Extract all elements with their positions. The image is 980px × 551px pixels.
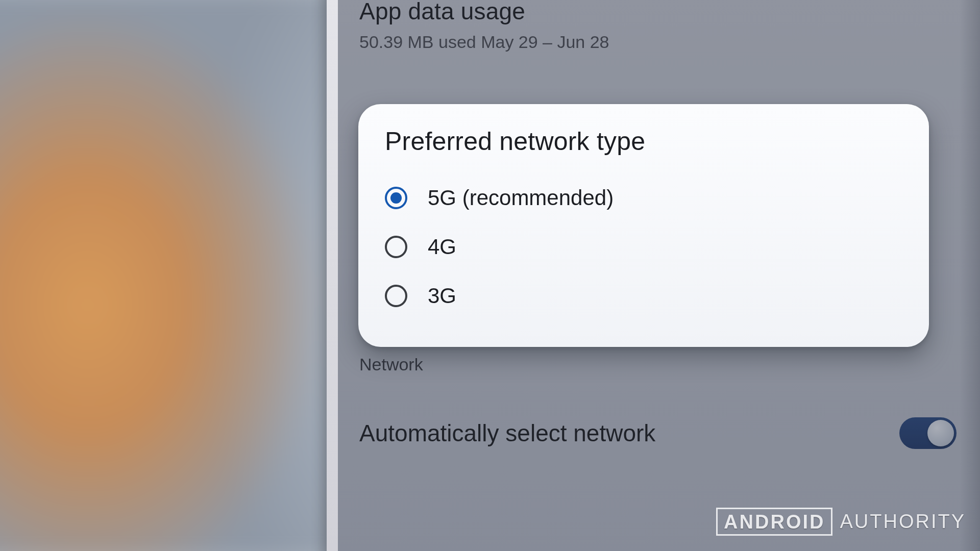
- watermark-plain: AUTHORITY: [840, 511, 966, 533]
- network-option-4g[interactable]: 4G: [385, 222, 902, 271]
- phone-frame: Connect to data services when roaming Ap…: [327, 0, 980, 551]
- network-option-label: 5G (recommended): [428, 186, 614, 210]
- preferred-network-type-dialog: Preferred network type 5G (recommended) …: [358, 104, 929, 347]
- radio-selected-icon: [385, 187, 407, 209]
- radio-unselected-icon: [385, 285, 407, 307]
- phone-screen: Connect to data services when roaming Ap…: [338, 0, 980, 551]
- dialog-title: Preferred network type: [385, 127, 902, 156]
- network-option-3g[interactable]: 3G: [385, 271, 902, 320]
- radio-unselected-icon: [385, 236, 407, 258]
- watermark: ANDROID AUTHORITY: [716, 508, 966, 536]
- network-option-label: 4G: [428, 235, 456, 259]
- network-option-5g[interactable]: 5G (recommended): [385, 173, 902, 222]
- watermark-boxed: ANDROID: [716, 508, 832, 536]
- network-option-label: 3G: [428, 284, 456, 308]
